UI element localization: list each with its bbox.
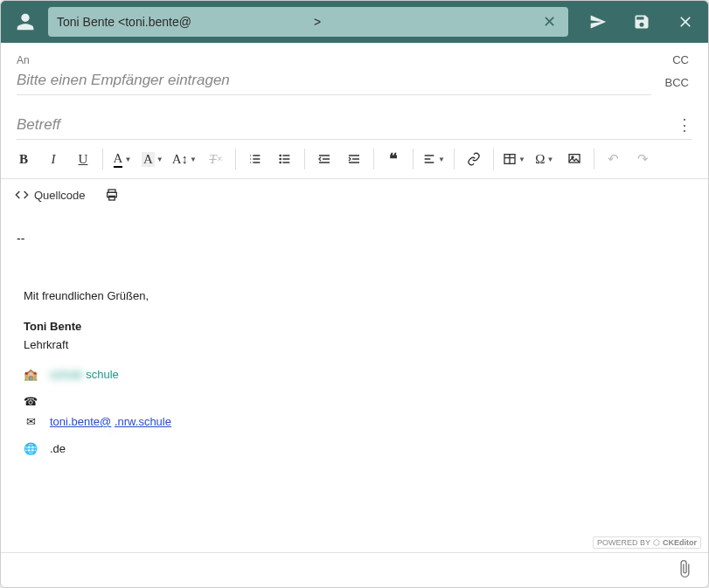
globe-icon: 🌐 xyxy=(24,440,38,459)
school-icon: 🏫 xyxy=(24,366,38,384)
toolbar-separator xyxy=(413,149,414,169)
editor-toolbar: B I U A▼ A▼ A↕▼ T× ❝ ▼ ▼ Ω▼ ↶ xyxy=(1,140,708,216)
to-label: An xyxy=(17,54,30,66)
blockquote-button[interactable]: ❝ xyxy=(379,145,407,173)
signature-school: schule schule xyxy=(50,366,119,384)
image-button[interactable] xyxy=(560,145,588,173)
phone-icon: ☎ xyxy=(24,393,38,412)
from-field[interactable]: ✕ xyxy=(48,7,568,37)
avatar-icon xyxy=(10,6,41,38)
print-button[interactable] xyxy=(98,181,126,209)
close-button[interactable] xyxy=(671,8,699,36)
ordered-list-button[interactable] xyxy=(241,145,269,173)
recipients-area: An CC BCC ⋮ xyxy=(1,43,708,140)
redo-button[interactable]: ↷ xyxy=(629,145,657,173)
email-icon: ✉ xyxy=(24,413,38,432)
compose-window: ✕ An CC BCC ⋮ B I U xyxy=(0,0,709,588)
bold-button[interactable]: B xyxy=(10,145,38,173)
signature-website: .de xyxy=(50,440,66,459)
source-code-button[interactable]: Quellcode xyxy=(10,184,91,205)
toolbar-separator xyxy=(454,149,455,169)
svg-point-0 xyxy=(280,155,281,156)
italic-button[interactable]: I xyxy=(39,145,67,173)
signature-role: Lehrkraft xyxy=(24,336,692,355)
powered-by-badge[interactable]: POWERED BY ⬡ CKEditor xyxy=(593,536,701,549)
cc-toggle[interactable]: CC xyxy=(669,50,692,70)
message-body[interactable]: -- Mit freundlichen Grüßen, Toni Bente L… xyxy=(1,216,708,552)
header-bar: ✕ xyxy=(1,1,708,43)
bg-color-button[interactable]: A▼ xyxy=(138,145,167,173)
subject-input[interactable] xyxy=(17,111,670,139)
from-input[interactable] xyxy=(57,15,539,29)
svg-point-2 xyxy=(280,162,281,163)
indent-button[interactable] xyxy=(340,145,368,173)
compose-footer xyxy=(1,552,708,587)
link-button[interactable] xyxy=(460,145,488,173)
save-button[interactable] xyxy=(628,8,656,36)
underline-button[interactable]: U xyxy=(69,145,97,173)
send-button[interactable] xyxy=(584,8,612,36)
signature-email-link[interactable]: toni.bente@ .nrw.schule xyxy=(50,413,171,432)
special-char-button[interactable]: Ω▼ xyxy=(531,145,559,173)
toolbar-separator xyxy=(304,149,305,169)
unordered-list-button[interactable] xyxy=(271,145,299,173)
font-size-button[interactable]: A↕▼ xyxy=(169,145,200,173)
clear-format-button[interactable]: T× xyxy=(202,145,230,173)
align-button[interactable]: ▼ xyxy=(419,145,448,173)
bcc-toggle[interactable]: BCC xyxy=(662,73,692,93)
signature-name: Toni Bente xyxy=(24,320,81,333)
toolbar-separator xyxy=(373,149,374,169)
svg-point-1 xyxy=(280,158,281,159)
clear-from-icon[interactable]: ✕ xyxy=(539,12,560,31)
font-color-button[interactable]: A▼ xyxy=(108,145,136,173)
more-options-icon[interactable]: ⋮ xyxy=(670,112,699,138)
toolbar-separator xyxy=(493,149,494,169)
toolbar-separator xyxy=(235,149,236,169)
signature-block: Mit freundlichen Grüßen, Toni Bente Lehr… xyxy=(24,287,692,459)
outdent-button[interactable] xyxy=(310,145,338,173)
undo-button[interactable]: ↶ xyxy=(600,145,628,173)
attachment-button[interactable] xyxy=(675,559,694,582)
toolbar-separator xyxy=(594,149,594,169)
toolbar-separator xyxy=(102,149,103,169)
signature-separator: -- xyxy=(17,232,692,246)
to-input[interactable] xyxy=(17,66,651,95)
signature-greeting: Mit freundlichen Grüßen, xyxy=(24,287,692,306)
table-button[interactable]: ▼ xyxy=(499,145,529,173)
